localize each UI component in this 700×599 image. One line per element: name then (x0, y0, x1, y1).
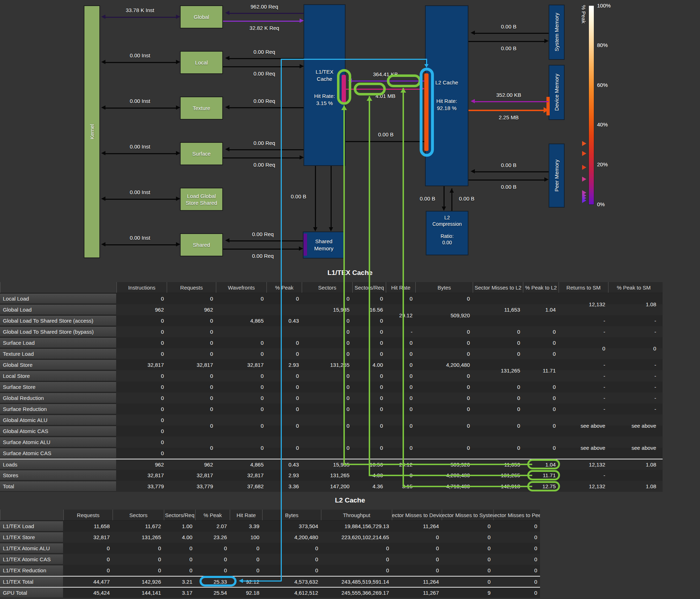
cell: 0 (386, 406, 415, 412)
cell: 0 (216, 417, 266, 423)
label-texture-return-req: 0.00 Req (254, 98, 275, 104)
table-row[interactable]: Global Atomic ALU0000000000see abovesee … (0, 415, 663, 426)
table-row[interactable]: Global Store32,81732,81732,8172.93131,26… (0, 359, 663, 370)
cell: 0 (230, 545, 262, 551)
arrowhead (99, 151, 105, 155)
table-row[interactable]: L1/TEX Atomic CAS0000000000 (0, 554, 540, 565)
column-header[interactable]: % Peak to L2 (523, 282, 559, 293)
table-row[interactable]: L1/TEX Atomic ALU0000000000 (0, 543, 540, 554)
table-row[interactable]: Loads9629624,8650.4315,93516.5629.12509,… (0, 459, 663, 470)
column-header[interactable]: Hit Rate (386, 282, 415, 293)
row-label: Global Atomic ALU (0, 415, 116, 425)
column-header[interactable]: Sectors (113, 510, 164, 520)
cell: 0 (523, 406, 559, 412)
column-header[interactable]: Bytes (262, 510, 321, 520)
cell: 0 (473, 351, 523, 357)
cell: 0 (116, 340, 167, 346)
unit-box-surface[interactable]: Surface (180, 142, 223, 165)
table-row[interactable]: Stores32,81732,81732,8172.93131,2654.000… (0, 470, 663, 481)
column-header[interactable]: Requests (63, 510, 113, 520)
peer-memory-box[interactable]: Peer Memory (549, 144, 565, 208)
cell: 147,200 (302, 483, 352, 489)
cell: 0 (230, 556, 262, 562)
cell: 9 (442, 590, 493, 596)
arrowhead (176, 105, 182, 110)
column-header[interactable]: Sectors/Req (164, 510, 195, 520)
table-row[interactable]: Local Load0000000012,1321.08 (0, 293, 663, 304)
column-header[interactable]: % Peak (266, 282, 302, 293)
l2-compression-box[interactable]: L2 Compression Ratio: 0.00 (426, 211, 468, 255)
unit-box-texture[interactable]: Texture (180, 97, 223, 120)
column-header[interactable]: Hit Rate (230, 510, 262, 520)
column-header[interactable]: Sector Misses to Peer (493, 510, 540, 520)
table-row[interactable]: Surface Atomic CAS0 (0, 448, 663, 459)
table-row[interactable]: GPU Total45,424144,1413.1725.5492.184,61… (0, 587, 540, 598)
column-header[interactable]: Instructions (116, 282, 167, 293)
arrowhead (99, 242, 105, 246)
label-local-out-req: 0.00 Req (254, 71, 275, 77)
cell: - (386, 329, 415, 335)
shared-memory-box[interactable]: Shared Memory (303, 231, 345, 259)
cell: 0 (523, 329, 559, 335)
unit-box-load-global-store-shared[interactable]: Load Global Store Shared (180, 188, 223, 211)
cell: 0 (473, 384, 523, 390)
table-row[interactable]: Global Load To Shared Store (access)004,… (0, 315, 663, 326)
column-header[interactable]: Bytes (415, 282, 473, 293)
table-row[interactable]: Global Load To Shared Store (bypass)0000… (0, 326, 663, 337)
table-row[interactable]: Global Atomic CAS0 (0, 426, 663, 437)
table-row[interactable]: Global Reduction0000000000-- (0, 392, 663, 403)
table-row[interactable]: Surface Store0000000000-- (0, 381, 663, 392)
cell: 223,620,102,214.65 (321, 534, 392, 540)
cell: 0 (473, 439, 523, 445)
cell: 4,865 (216, 318, 266, 324)
table-row[interactable]: L1/TEX Load11,65811,6721.002.073.39373,5… (0, 521, 540, 532)
cell: 0 (442, 534, 493, 540)
cell: 0 (113, 545, 164, 551)
unit-box-shared[interactable]: Shared (180, 233, 223, 256)
cell: 0 (266, 351, 302, 357)
column-header[interactable]: Returns to SM (559, 282, 608, 293)
column-header[interactable]: % Peak to SM (608, 282, 659, 293)
label-global-out-req: 32.82 K Req (249, 25, 279, 31)
table-row[interactable]: Global Load96296215,93516.5629.12509,920… (0, 304, 663, 315)
column-header[interactable]: Throughput (321, 510, 392, 520)
table-row[interactable]: Local Store00000000-- (0, 370, 663, 381)
row-label: Global Reduction (0, 393, 116, 403)
table-row[interactable]: L1/TEX Reduction0000000000 (0, 565, 540, 576)
cell: - (559, 406, 608, 412)
table-row[interactable]: Total33,77933,77937,6823.36147,2004.363.… (0, 481, 663, 492)
cell: 131,265 (302, 472, 352, 478)
cell: 100 (230, 534, 262, 540)
table-row[interactable]: Surface Load000000000000 (0, 337, 663, 348)
cell: 0 (167, 329, 216, 335)
unit-label: Store Shared (186, 199, 217, 206)
cell: 0 (415, 296, 473, 302)
unit-box-global[interactable]: Global (180, 5, 223, 28)
highlight-oval-l1tex-total-peak (199, 576, 237, 587)
arrowhead (300, 155, 306, 160)
cell: 0 (392, 534, 442, 540)
flow-line (103, 17, 178, 18)
column-header[interactable]: Sector Misses to L2 (473, 282, 523, 293)
column-header[interactable]: Sector Misses to Device (392, 510, 442, 520)
unit-label: Surface (192, 150, 211, 157)
cell: 32,817 (216, 362, 266, 368)
table-row[interactable]: L1/TEX Store32,817131,2654.0023.261004,2… (0, 532, 540, 543)
table-row[interactable]: Surface Atomic ALU0000000000see abovesee… (0, 437, 663, 448)
label-shared-return-req: 0.00 Req (252, 231, 274, 237)
column-header[interactable]: Sector Misses to System (442, 510, 493, 520)
table-row[interactable]: Surface Reduction0000000000-- (0, 403, 663, 415)
kernel-box[interactable]: Kernel (84, 5, 100, 258)
cell: 0 (116, 439, 167, 445)
system-memory-box[interactable]: System Memory (549, 5, 565, 60)
column-header[interactable]: Wavefronts (216, 282, 266, 293)
column-header[interactable]: Requests (167, 282, 216, 293)
cell: 12,132 (559, 296, 608, 302)
cell: 0 (116, 296, 167, 302)
cell: 0 (523, 439, 559, 445)
column-header[interactable]: % Peak (195, 510, 230, 520)
table-row[interactable]: Texture Load0000000000 (0, 348, 663, 359)
row-label: Surface Atomic ALU (0, 437, 116, 447)
unit-box-local[interactable]: Local (180, 51, 223, 74)
label-kernel-global-inst: 33.78 K Inst (126, 7, 154, 13)
